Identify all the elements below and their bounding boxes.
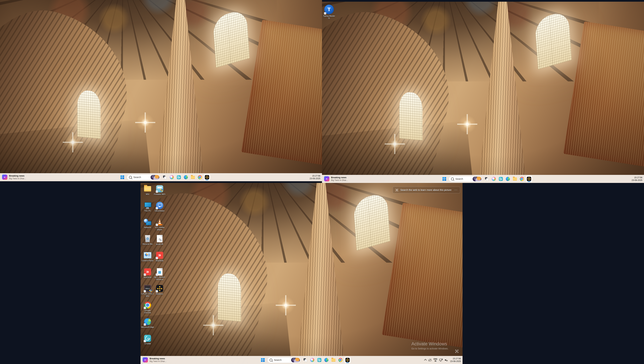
desktop-icon-o-kam[interactable]: O-KAM [142, 334, 154, 350]
widget-title: Breaking news [150, 357, 166, 360]
folder-icon [144, 186, 151, 191]
okam-icon [499, 177, 503, 181]
search-input[interactable]: Search [449, 176, 482, 182]
spotlight-corner-icon[interactable] [455, 349, 459, 353]
shortcut-arrow-icon [156, 290, 158, 292]
taskbar-app-copilot[interactable] [309, 356, 316, 363]
taskbar-app-task-view[interactable] [484, 176, 490, 182]
start-button[interactable] [119, 174, 126, 181]
taskbar-app-edge[interactable] [505, 176, 511, 182]
taskbar-app-task-view[interactable] [162, 174, 168, 181]
visual-search-icon [395, 188, 398, 192]
shortcut-arrow-icon [144, 290, 146, 292]
multi-monitor-desktop: Breaking newsBig Twist In Dhar...Search1… [0, 0, 644, 364]
taskbar-right-group: ENGIN15:27:5623-08-2025 [424, 356, 461, 364]
system-tray: ENGIN [424, 358, 448, 362]
taskbar-app-explorer[interactable] [512, 176, 518, 182]
desktop-icon-cpuid-cpu-z-msi[interactable]: CPUID CPU-Z MSI [142, 284, 154, 300]
taskbar-app-edge[interactable] [323, 356, 330, 363]
taskbar-app-copilot[interactable] [490, 176, 497, 182]
desktop-icon-microsoft-edge[interactable]: Microsoft Edge [142, 317, 154, 334]
desktop-icon-image [156, 185, 164, 193]
desktop-icon-net-serv2-shortcut[interactable]: NET_SERV2 Shortcut [154, 267, 166, 284]
start-button[interactable] [260, 356, 266, 363]
desktop-icon-ultraviewer[interactable]: UltraViewer [154, 201, 166, 217]
taskbar-app-copilot[interactable] [168, 174, 175, 181]
desktop-icon-image [144, 185, 152, 193]
spotlight-more-button[interactable]: ··· [454, 188, 458, 191]
start-button[interactable] [441, 176, 448, 182]
binance-icon [527, 177, 531, 181]
explorer-icon [513, 177, 517, 181]
widget-title: Breaking news [9, 175, 26, 177]
desktop-icon-vlc-media-player[interactable]: VLC media player [154, 217, 166, 234]
desktop-icon-image [144, 235, 152, 242]
widgets-button[interactable]: Breaking newsBig Twist In Dhar... [324, 175, 348, 183]
desktop-icon-recycle-bin[interactable]: Recycle Bin [142, 234, 154, 251]
windows-start-logo-icon [261, 358, 265, 362]
desktop-icon-area: MSIThis PCNetworkRecycle BinControl Pane… [142, 184, 166, 350]
language-indicator[interactable]: ENGIN [434, 358, 438, 362]
taskbar-center-group: Search [441, 175, 532, 183]
taskbar-app-okam[interactable] [316, 356, 322, 363]
spotlight-learn-more-button[interactable]: Search the web to learn more about this … [392, 187, 460, 193]
okam-icon [317, 358, 321, 362]
desktop-icon-this-pc[interactable]: This PC [142, 201, 154, 217]
taskbar-app-task-view[interactable] [302, 356, 308, 363]
clock-date: 23-08-2025 [450, 360, 461, 363]
taskbar-app-okam[interactable] [176, 174, 182, 181]
onedrive-cloud-off-icon[interactable] [428, 359, 432, 361]
search-input[interactable]: Search [127, 174, 160, 180]
desktop-icon-google-chrome[interactable]: Google Chrome [142, 300, 154, 317]
taskbar-app-okam[interactable] [498, 176, 504, 182]
taskbar-app-chrome[interactable] [197, 174, 203, 181]
clock-date: 23-08-2025 [632, 179, 642, 182]
taskbar-app-chrome[interactable] [337, 356, 344, 363]
taskbar-app-binance[interactable] [344, 356, 351, 363]
cpl-icon [144, 252, 152, 258]
desktop-icon-image [156, 202, 164, 209]
volume-muted-icon[interactable] [444, 359, 448, 361]
clock-time: 15:27:56 [453, 357, 461, 360]
desktop-icon-typing-master-11[interactable]: Typing Master 11 [323, 4, 335, 19]
taskbar-center-group: Search [119, 173, 210, 181]
ethernet-network-icon[interactable] [439, 359, 443, 361]
widgets-button[interactable]: Breaking newsBig Twist In Dhar... [143, 356, 166, 364]
desktop-icon-gcapi-dll[interactable]: gcapi.dll [154, 234, 166, 251]
clock-time: 15:27:56 [634, 176, 642, 179]
chrome-icon [338, 358, 342, 362]
desktop-icon-msi[interactable]: MSI [142, 184, 154, 201]
search-input[interactable]: Search [267, 357, 301, 363]
desktop-icon-label: O-KAM [141, 343, 154, 345]
shortcut-arrow-icon [156, 273, 158, 276]
taskbar-app-binance[interactable] [526, 176, 532, 182]
taskbar-app-edge[interactable] [183, 174, 189, 181]
taskbar-clock[interactable]: 15:27:5623-08-2025 [310, 175, 320, 180]
taskbar-app-explorer[interactable] [190, 174, 196, 181]
desktop-icon-binance[interactable]: Binance [154, 284, 166, 300]
desktop-icon-label: VLC media player [153, 226, 166, 231]
widgets-button[interactable]: Breaking newsBig Twist In Dhar... [2, 173, 26, 181]
edge-icon [184, 175, 188, 179]
taskbar-clock[interactable]: 15:27:5623-08-2025 [632, 176, 642, 182]
shortcut-arrow-icon [324, 12, 326, 15]
desktop-icon-anydesk[interactable]: AnyDesk [142, 267, 154, 284]
desktop-icon-anydesk[interactable]: AnyDesk [154, 251, 166, 267]
desktop-icon-label: UltraViewer [153, 210, 166, 212]
desktop-icon-control-panel[interactable]: Control Panel [142, 251, 154, 267]
desktop-icon-network[interactable]: Network [142, 217, 154, 234]
desktop-icon-portable-wifi[interactable]: Portable WiFi [154, 184, 166, 201]
news-widget-icon [143, 357, 148, 362]
taskbar-app-binance[interactable] [204, 174, 210, 181]
cathedral-wallpaper [322, 2, 644, 183]
chevron-up-icon[interactable] [424, 359, 427, 362]
copilot-icon [310, 358, 314, 362]
taskbar-clock[interactable]: 15:27:5623-08-2025 [450, 357, 461, 363]
desktop-icon-area: Typing Master 11 [323, 4, 335, 19]
desktop-icon-image [144, 301, 152, 309]
taskbar-app-chrome[interactable] [519, 176, 525, 182]
taskbar-app-explorer[interactable] [330, 356, 336, 363]
bing-daily-image-thumbnail [150, 175, 160, 180]
binance-icon [205, 175, 209, 179]
desktop-icon-image [156, 251, 164, 259]
